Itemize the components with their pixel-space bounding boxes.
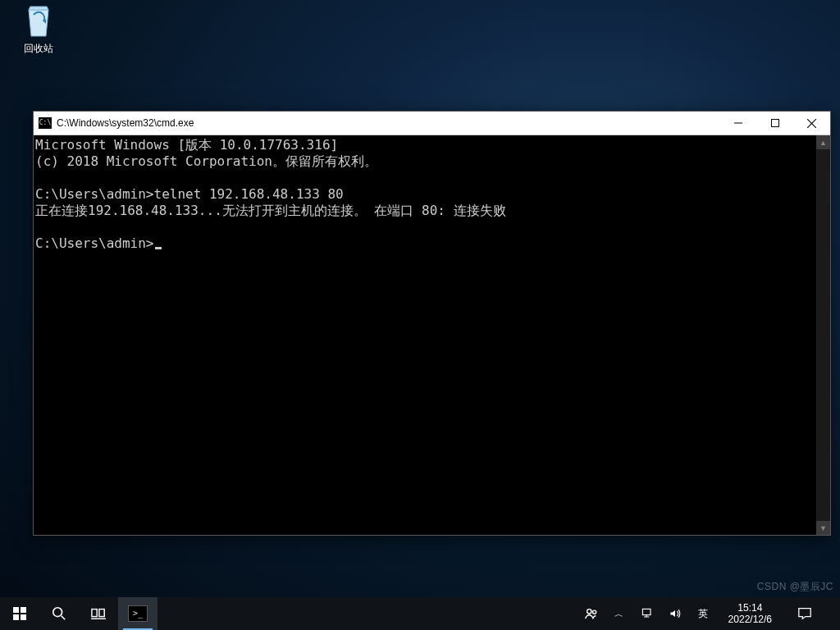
terminal-line: (c) 2018 Microsoft Corporation。保留所有权利。 — [35, 153, 377, 169]
search-button[interactable] — [39, 597, 79, 630]
network-icon — [641, 607, 654, 620]
titlebar[interactable]: C:\Windows\system32\cmd.exe — [34, 112, 830, 135]
taskbar-cmd-button[interactable] — [118, 597, 158, 630]
minimize-button[interactable] — [719, 112, 756, 135]
svg-point-5 — [592, 610, 596, 614]
ime-label: 英 — [696, 607, 710, 621]
start-button[interactable] — [0, 597, 39, 630]
task-view-icon — [91, 606, 106, 621]
taskbar-spacer[interactable] — [158, 597, 579, 630]
close-button[interactable] — [793, 112, 830, 135]
search-icon — [52, 606, 66, 621]
chevron-up-icon: ︿ — [614, 608, 623, 620]
clock-date: 2022/12/6 — [728, 614, 772, 625]
tray-overflow-button[interactable]: ︿ — [610, 597, 628, 630]
svg-rect-3 — [99, 609, 104, 617]
svg-rect-6 — [642, 609, 651, 614]
maximize-button[interactable] — [756, 112, 793, 135]
scroll-down-arrow[interactable]: ▼ — [816, 521, 830, 535]
recycle-bin[interactable]: 回收站 — [10, 2, 67, 56]
task-view-button[interactable] — [79, 597, 118, 630]
svg-rect-0 — [771, 120, 778, 127]
svg-rect-2 — [92, 609, 97, 617]
people-button[interactable] — [582, 597, 600, 630]
action-center-button[interactable] — [788, 606, 821, 621]
scroll-up-arrow[interactable]: ▲ — [816, 135, 830, 149]
windows-logo-icon — [13, 607, 26, 620]
scroll-track[interactable] — [816, 149, 830, 521]
notification-icon — [797, 606, 812, 621]
vertical-scrollbar[interactable]: ▲ ▼ — [816, 135, 830, 535]
window-controls — [719, 112, 830, 135]
system-tray: ︿ 英 15:14 2022/12/6 — [579, 597, 840, 630]
taskbar: ︿ 英 15:14 2022/12/6 — [0, 597, 840, 630]
clock-time: 15:14 — [728, 602, 772, 614]
terminal-line: C:\Users\admin>telnet 192.168.48.133 80 — [35, 186, 344, 202]
svg-point-1 — [53, 608, 62, 617]
clock-button[interactable]: 15:14 2022/12/6 — [722, 602, 778, 625]
terminal-output[interactable]: Microsoft Windows [版本 10.0.17763.316] (c… — [34, 135, 816, 535]
volume-icon — [669, 607, 682, 620]
recycle-bin-icon — [22, 2, 55, 39]
watermark-text: CSDN @墨辰JC — [757, 580, 833, 594]
svg-point-4 — [587, 609, 591, 614]
recycle-bin-label: 回收站 — [10, 42, 67, 56]
terminal-line: 正在连接192.168.48.133...无法打开到主机的连接。 在端口 80:… — [35, 203, 506, 218]
text-cursor — [155, 247, 162, 249]
cmd-icon — [39, 117, 52, 129]
cmd-task-icon — [128, 605, 148, 622]
window-title: C:\Windows\system32\cmd.exe — [57, 117, 719, 129]
volume-button[interactable] — [666, 597, 684, 630]
terminal-line: Microsoft Windows [版本 10.0.17763.316] — [35, 137, 338, 153]
cmd-window: C:\Windows\system32\cmd.exe Microsoft Wi… — [33, 111, 831, 536]
network-button[interactable] — [638, 597, 656, 630]
people-icon — [584, 606, 599, 621]
ime-button[interactable]: 英 — [694, 597, 712, 630]
terminal-prompt: C:\Users\admin> — [35, 235, 154, 251]
